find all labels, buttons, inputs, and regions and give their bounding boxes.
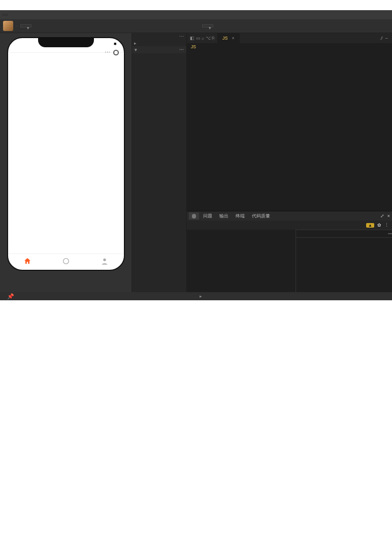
simulator-pane: ■ ⋯ (0, 33, 132, 292)
debugger-panel[interactable]: 问题 输出 终端 代码质量 ⤢ × ▲ ✿ ⋮ (187, 211, 392, 292)
cls-toggle[interactable] (388, 233, 392, 234)
devtools-settings-icon[interactable]: ✿ (377, 223, 381, 228)
editor-split-icon[interactable]: ⫽ ⋯ (375, 36, 392, 41)
debugger-tab-output[interactable]: 输出 (216, 212, 232, 221)
editor-tab-appjs[interactable]: JS× (217, 33, 240, 43)
styles-pane[interactable] (296, 230, 392, 292)
wechat-devtools: ■ ⋯ (0, 10, 392, 300)
pin-icon[interactable]: 📌 (7, 293, 14, 300)
editor-action-icons[interactable]: ◧ ▭ ⌕ ⌥ ⎘ (187, 36, 217, 41)
editor-breadcrumb[interactable]: JS (187, 43, 392, 50)
simulated-device[interactable]: ■ ⋯ (7, 37, 125, 271)
debugger-expand-icon[interactable]: ⤢ (380, 213, 384, 218)
devtools-more-icon[interactable]: ⋮ (384, 223, 389, 228)
debugger-close-icon[interactable]: × (387, 213, 390, 218)
svg-point-1 (103, 259, 106, 261)
warning-badge[interactable]: ▲ (366, 223, 374, 228)
capsule-close-icon[interactable] (113, 50, 119, 55)
file-tree[interactable] (132, 53, 186, 292)
editor-tabs[interactable]: ◧ ▭ ⌕ ⌥ ⎘ JS× ⫽ ⋯ (187, 33, 392, 43)
compile-mode-select[interactable] (20, 24, 31, 27)
ide-menubar[interactable] (2, 14, 8, 16)
explorer-more-icon[interactable]: ⋯ (179, 34, 184, 39)
sim-tabbar-mine[interactable] (85, 257, 124, 266)
ide-statusbar[interactable]: 📌 ▸ (0, 292, 392, 300)
debugger-tab-issues[interactable]: 问题 (200, 212, 215, 221)
styles-filter-input[interactable] (296, 230, 388, 237)
debugger-lead-tab[interactable] (189, 212, 199, 219)
debugger-tab-terminal[interactable]: 终端 (233, 212, 248, 221)
sim-status-battery: ■ (114, 41, 116, 46)
wxml-tree[interactable] (187, 230, 296, 292)
ide-titlebar (0, 10, 392, 19)
outline-button[interactable]: ▸ (200, 294, 204, 299)
user-avatar[interactable] (3, 21, 13, 31)
debugger-main-tabs[interactable]: 问题 输出 终端 代码质量 ⤢ × (187, 211, 392, 221)
capsule-menu-icon[interactable]: ⋯ (105, 49, 110, 56)
sim-tabbar[interactable] (8, 254, 124, 270)
debugger-tab-codequality[interactable]: 代码质量 (249, 212, 273, 221)
file-explorer[interactable]: ⋯ ▸ ▾⋯ (132, 33, 187, 292)
svg-point-0 (63, 259, 69, 264)
editor-pane: ◧ ▭ ⌕ ⌥ ⎘ JS× ⫽ ⋯ JS 问题 输出 终端 (187, 33, 392, 292)
view-mode-toggle[interactable] (16, 25, 17, 26)
device-notch (38, 38, 94, 47)
code-editor[interactable] (187, 50, 392, 211)
sim-tabbar-more[interactable] (47, 257, 85, 266)
sim-tabbar-home[interactable] (8, 257, 47, 266)
env-select[interactable] (202, 24, 213, 27)
ide-toolbar (0, 19, 392, 33)
close-tab-icon[interactable]: × (232, 36, 235, 41)
toolbar-center (202, 24, 218, 27)
